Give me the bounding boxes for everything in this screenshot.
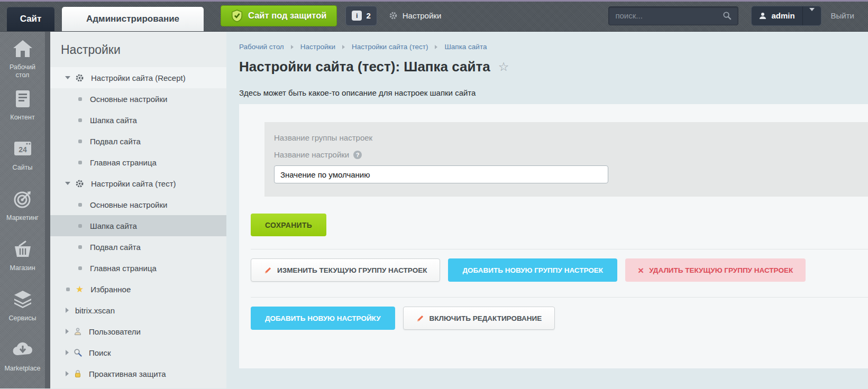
menu-item-label: Основные настройки <box>90 95 167 104</box>
sites-icon: 24 <box>2 140 43 164</box>
menu-title: Настройки <box>50 32 226 67</box>
bullet-icon <box>78 161 82 164</box>
bullet-icon <box>78 97 82 101</box>
rail-item-marketing[interactable]: Маркетинг <box>0 190 45 240</box>
divider <box>251 249 868 249</box>
save-button[interactable]: СОХРАНИТЬ <box>251 214 326 236</box>
user-name: admin <box>771 11 794 20</box>
rail-item-label: Сервисы <box>2 314 43 322</box>
menu-item-site-settings-recept[interactable]: Настройки сайта (Recept) <box>50 67 226 88</box>
topbar-settings-label: Настройки <box>403 11 442 20</box>
bullet-icon <box>78 140 82 143</box>
info-icon: i <box>352 11 362 21</box>
search-input[interactable] <box>615 11 723 20</box>
gear-icon <box>389 11 398 20</box>
menu-item-site-header-test-selected[interactable]: Шапка сайта <box>50 215 226 236</box>
rail-item-services[interactable]: Сервисы <box>0 290 45 340</box>
breadcrumb-separator-icon <box>291 45 294 49</box>
logout-link[interactable]: Выйти <box>831 11 854 20</box>
favorite-star-icon[interactable]: ☆ <box>498 61 509 73</box>
rail-item-label: Marketplace <box>2 365 43 373</box>
rail-item-content[interactable]: Контент <box>0 89 45 140</box>
breadcrumb-separator-icon <box>435 45 437 49</box>
page-title: Настройки сайта (тест): Шапка сайта <box>239 59 490 75</box>
menu-item-label: Избранное <box>90 285 131 294</box>
bullet-icon <box>78 224 82 228</box>
home-icon <box>2 39 43 63</box>
menu-item-site-footer[interactable]: Подвал сайта <box>50 131 226 152</box>
menu-item-label: Настройки сайта (тест) <box>91 179 176 188</box>
rail-item-sites[interactable]: 24 Сайты <box>0 140 45 190</box>
user-menu-button[interactable]: admin <box>751 6 821 26</box>
menu-body: Настройки Настройки сайта (Recept) Основ… <box>50 32 226 388</box>
x-icon: × <box>638 265 644 275</box>
menu-item-main-settings-test[interactable]: Основные настройки <box>50 194 226 215</box>
menu-item-label: Поиск <box>89 348 111 357</box>
menu-item-main-page-test[interactable]: Главная страница <box>50 257 226 279</box>
setting-name-label: Название настройки <box>274 150 349 159</box>
rail-item-shop[interactable]: Магазин <box>0 240 45 290</box>
menu-item-users[interactable]: Пользователи <box>50 321 226 342</box>
menu-item-label: Главная страница <box>90 264 157 273</box>
tab-administration[interactable]: Администрирование <box>62 7 204 31</box>
settings-menu-panel: Настройки Настройки сайта (Recept) Основ… <box>45 32 226 388</box>
chevron-right-icon[interactable] <box>66 371 69 376</box>
tab-site[interactable]: Сайт <box>7 7 54 31</box>
menu-item-site-settings-test[interactable]: Настройки сайта (тест) <box>50 173 226 194</box>
menu-item-label: Шапка сайта <box>90 116 137 125</box>
enable-editing-button[interactable]: ВКЛЮЧИТЬ РЕДАКТИРОВАНИЕ <box>403 307 555 330</box>
bullet-icon <box>78 118 82 122</box>
user-menu-caret[interactable] <box>803 11 821 21</box>
site-protected-button[interactable]: Сайт под защитой <box>221 5 337 26</box>
menu-item-main-page[interactable]: Главная страница <box>50 152 226 173</box>
edit-group-button[interactable]: ИЗМЕНИТЬ ТЕКУЩУЮ ГРУППУ НАСТРОЕК <box>251 258 440 282</box>
menu-item-label: Настройки сайта (Recept) <box>91 73 186 82</box>
group-name-label: Название группы настроек <box>274 133 868 142</box>
tab-site-label: Сайт <box>20 14 42 24</box>
menu-item-proactive-protection[interactable]: Проактивная защита <box>50 363 226 384</box>
breadcrumb-desktop[interactable]: Рабочий стол <box>239 43 284 51</box>
setting-name-row: Название настройки ? <box>274 150 868 159</box>
rail-item-marketplace[interactable]: Marketplace <box>0 340 45 388</box>
bullet-icon <box>78 203 82 207</box>
content-icon <box>2 89 43 114</box>
chevron-down-icon[interactable] <box>65 182 70 185</box>
menu-item-main-settings[interactable]: Основные настройки <box>50 88 226 109</box>
add-group-button[interactable]: ДОБАВИТЬ НОВУЮ ГРУППУ НАСТРОЕК <box>448 258 617 282</box>
rail-item-desktop[interactable]: Рабочий стол <box>0 39 45 89</box>
add-setting-button[interactable]: ДОБАВИТЬ НОВУЮ НАСТРОЙКУ <box>251 307 395 330</box>
menu-item-search[interactable]: Поиск <box>50 342 226 363</box>
magnifier-icon <box>74 348 82 357</box>
add-setting-label: ДОБАВИТЬ НОВУЮ НАСТРОЙКУ <box>265 314 381 322</box>
delete-group-button[interactable]: × УДАЛИТЬ ТЕКУЩУЮ ГРУППУ НАСТРОЕК <box>625 258 806 282</box>
menu-item-label: Подвал сайта <box>90 137 141 146</box>
menu-item-label: Подвал сайта <box>90 243 141 252</box>
chevron-down-icon[interactable] <box>65 76 70 79</box>
breadcrumb-site-header: Шапка сайта <box>444 43 487 51</box>
chevron-right-icon[interactable] <box>66 329 69 334</box>
menu-item-bitrix-xscan[interactable]: bitrix.xscan <box>50 300 226 321</box>
setting-value-input[interactable] <box>274 165 608 183</box>
menu-item-label: bitrix.xscan <box>75 306 115 315</box>
page-title-row: Настройки сайта (тест): Шапка сайта ☆ <box>239 59 868 75</box>
topbar-settings-button[interactable]: Настройки <box>389 11 442 20</box>
search-icon[interactable] <box>723 11 732 20</box>
star-icon: ★ <box>76 284 84 295</box>
svg-text:24: 24 <box>19 145 27 154</box>
notifications-button[interactable]: i 2 <box>345 6 377 26</box>
breadcrumb-site-settings-test[interactable]: Настройки сайта (тест) <box>352 43 428 51</box>
site-protected-label: Сайт под защитой <box>248 11 326 21</box>
menu-item-label: Главная страница <box>90 158 157 167</box>
tab-admin-label: Администрирование <box>86 14 179 24</box>
help-icon[interactable]: ? <box>353 151 362 159</box>
topbar: Сайт Администрирование Сайт под защитой … <box>0 0 868 32</box>
menu-item-favorites[interactable]: ★ Избранное <box>50 279 226 300</box>
bullet-icon <box>66 288 70 291</box>
user-menu-main[interactable]: admin <box>752 11 802 20</box>
breadcrumb-separator-icon <box>342 45 345 49</box>
chevron-right-icon[interactable] <box>66 308 69 313</box>
breadcrumb-settings[interactable]: Настройки <box>300 43 335 51</box>
menu-item-site-header[interactable]: Шапка сайта <box>50 109 226 131</box>
menu-item-site-footer-test[interactable]: Подвал сайта <box>50 236 226 257</box>
chevron-right-icon[interactable] <box>66 350 69 355</box>
